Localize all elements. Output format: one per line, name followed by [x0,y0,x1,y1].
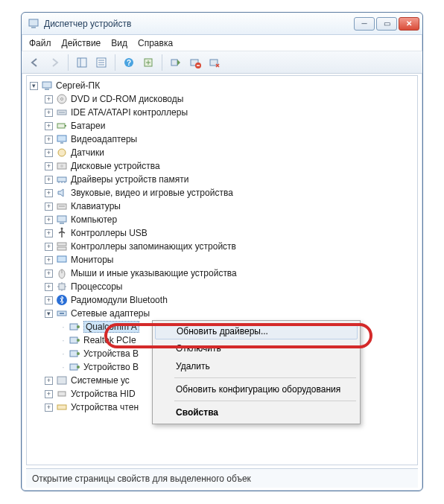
tree-category[interactable]: + Дисковые устройства [27,159,417,173]
ctx-update-drivers[interactable]: Обновить драйверы... [155,323,358,339]
hdd-icon [56,160,68,172]
help-button[interactable]: ? [120,54,138,71]
category-label: Датчики [71,147,104,158]
svg-rect-2 [77,58,86,67]
ctx-disable[interactable]: Отключить [155,339,358,357]
maximize-button[interactable]: ▭ [376,17,397,31]
close-button[interactable]: ✕ [399,17,419,31]
hid-icon [56,388,68,400]
ctx-properties[interactable]: Свойства [155,403,358,421]
category-label: Системные ус [71,375,130,386]
show-hide-tree-button[interactable] [73,54,91,71]
menu-view[interactable]: Вид [111,38,127,48]
toolbar-separator [162,54,162,71]
network-card-icon [69,361,80,373]
tree-category[interactable]: + DVD и CD-ROM дисководы [27,92,417,106]
expand-icon[interactable]: + [45,390,53,398]
ide-icon [56,106,68,118]
menu-file[interactable]: Файл [29,38,51,48]
net-icon [56,307,68,319]
expand-icon[interactable]: + [45,162,53,170]
expand-icon[interactable]: + [45,135,53,144]
tree-category[interactable]: + Батареи [27,119,417,133]
tree-category[interactable]: + Контроллеры USB [27,226,417,240]
battery-icon [56,120,68,132]
tree-category[interactable]: + Датчики [27,146,417,159]
tree-category[interactable]: ▾ Сетевые адаптеры [27,307,417,320]
category-label: Батареи [71,121,105,131]
tree-category[interactable]: + IDE ATA/ATAPI контроллеры [27,106,417,119]
category-label: Драйверы устройств памяти [71,174,188,185]
category-label: Устройства чтен [71,402,139,412]
window-buttons: ─ ▭ ✕ [354,17,419,31]
collapse-icon[interactable]: ▾ [45,310,53,318]
expand-icon[interactable]: + [45,243,53,251]
menu-help[interactable]: Справка [138,38,173,48]
svg-rect-16 [42,82,51,88]
svg-point-19 [61,98,63,101]
device-label: Устройство B [83,362,139,372]
tree-category[interactable]: + Видеоадаптеры [27,133,417,146]
tree-category[interactable]: + Компьютер [27,213,417,226]
expand-icon[interactable]: + [45,377,53,385]
category-label: Клавиатуры [71,201,121,211]
computer-icon [41,80,53,92]
toolbar: ? [22,51,422,74]
svg-text:?: ? [127,59,131,67]
uninstall-button[interactable] [186,54,204,71]
tree-category[interactable]: + Радиомодули Bluetooth [27,293,417,307]
svg-point-58 [77,366,80,369]
system-icon [56,374,68,386]
storage-icon [56,240,68,252]
mouse-icon [56,267,68,279]
window-title: Диспетчер устройств [44,19,354,29]
category-label: IDE ATA/ATAPI контроллеры [71,107,188,118]
expand-icon[interactable]: + [45,202,53,211]
disable-button[interactable] [206,54,223,71]
disc-icon [56,93,68,105]
svg-rect-24 [57,135,66,141]
update-driver-button[interactable] [167,54,185,71]
svg-point-54 [77,339,80,342]
expand-icon[interactable]: + [45,403,53,412]
properties-button[interactable] [92,54,110,71]
sensor-icon [56,147,68,159]
expand-icon[interactable]: + [45,95,53,103]
category-label: Компьютер [71,214,117,225]
expand-icon[interactable]: + [45,283,53,291]
ctx-delete[interactable]: Удалить [155,357,358,375]
expand-icon[interactable]: + [45,256,53,264]
svg-rect-29 [57,177,66,182]
tree-category[interactable]: + Мониторы [27,253,417,267]
expand-icon[interactable]: + [45,216,53,224]
expand-icon[interactable]: + [45,122,53,130]
forward-button[interactable] [45,54,63,71]
expand-icon[interactable]: + [45,109,53,117]
minimize-button[interactable]: ─ [354,17,375,31]
expand-icon[interactable]: + [45,296,53,304]
tree-category[interactable]: + Процессоры [27,280,417,293]
svg-point-28 [60,165,63,168]
expand-icon[interactable]: + [45,269,53,278]
expand-icon[interactable]: + [45,229,53,237]
memory-icon [56,173,68,185]
tree-line: · [60,322,67,332]
expand-icon[interactable]: + [45,176,53,184]
svg-rect-35 [57,216,66,222]
ctx-refresh-config[interactable]: Обновить конфигурацию оборудования [155,380,358,398]
expand-icon[interactable]: + [45,189,53,197]
toolbar-separator [115,54,115,71]
menu-action[interactable]: Действие [62,38,101,48]
tree-root[interactable]: ▾ Сергей-ПК [27,79,417,92]
tree-category[interactable]: + Драйверы устройств памяти [27,173,417,186]
svg-rect-17 [45,89,49,90]
collapse-icon[interactable]: ▾ [30,82,38,90]
expand-icon[interactable]: + [45,149,53,157]
scan-hardware-button[interactable] [139,54,157,71]
network-card-icon [69,321,80,333]
tree-category[interactable]: + Клавиатуры [27,200,417,213]
tree-category[interactable]: + Контроллеры запоминающих устройств [27,240,417,253]
tree-category[interactable]: + Мыши и иные указывающие устройства [27,267,417,280]
tree-category[interactable]: + Звуковые, видео и игровые устройства [27,186,417,200]
back-button[interactable] [26,54,44,71]
